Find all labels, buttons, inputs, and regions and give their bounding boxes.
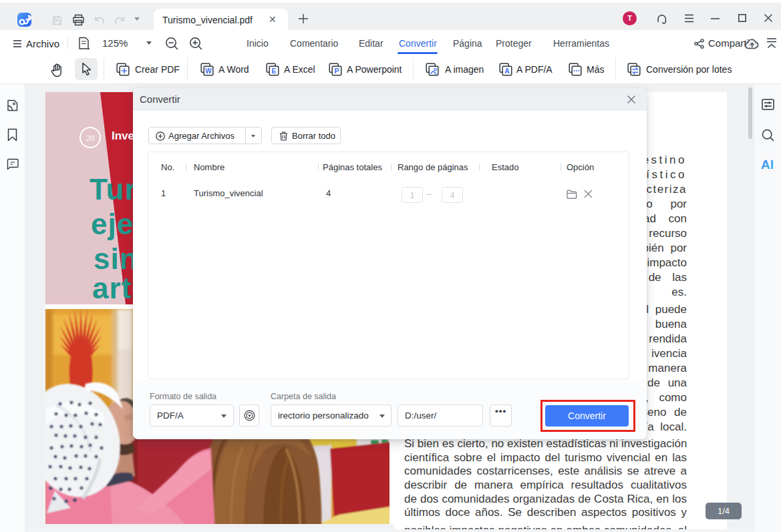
svg-text:P: P [334, 67, 339, 75]
svg-text:E: E [271, 67, 276, 75]
svg-text:AI: AI [761, 158, 774, 171]
svg-text:20: 20 [86, 133, 96, 143]
svg-text:W: W [205, 67, 212, 75]
svg-text:A: A [504, 67, 510, 75]
